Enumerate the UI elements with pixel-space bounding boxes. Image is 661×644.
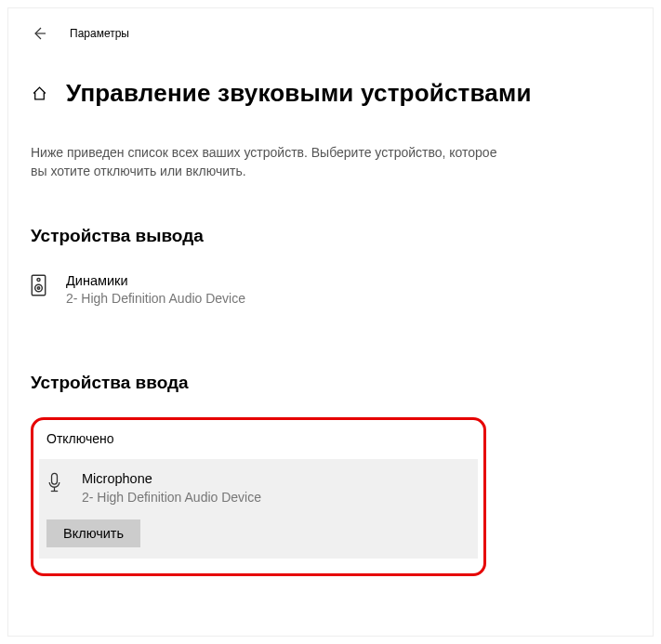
input-device-selected: Microphone 2- High Definition Audio Devi… (39, 459, 478, 558)
title-row: Управление звуковыми устройствами (31, 79, 630, 108)
input-device-name: Microphone (82, 470, 261, 489)
window-label: Параметры (70, 27, 129, 40)
output-device-item[interactable]: Динамики 2- High Definition Audio Device (31, 270, 630, 309)
settings-window: Параметры Управление звуковыми устройств… (7, 7, 654, 637)
output-device-name: Динамики (66, 272, 245, 291)
back-arrow-icon[interactable] (31, 25, 47, 42)
microphone-icon (46, 472, 65, 498)
svg-point-2 (35, 284, 43, 292)
svg-point-3 (37, 286, 39, 288)
input-device-sub: 2- High Definition Audio Device (82, 489, 261, 506)
highlight-annotation: Отключено Microphone 2- High Definition … (31, 417, 486, 575)
speaker-icon (31, 274, 49, 300)
output-device-sub: 2- High Definition Audio Device (66, 290, 245, 308)
disabled-group-label: Отключено (46, 431, 470, 446)
svg-point-1 (37, 278, 40, 281)
home-icon[interactable] (31, 85, 47, 102)
page-title: Управление звуковыми устройствами (66, 79, 532, 108)
input-section-heading: Устройства ввода (31, 373, 630, 393)
input-device-text: Microphone 2- High Definition Audio Devi… (82, 470, 261, 506)
output-device-text: Динамики 2- High Definition Audio Device (66, 272, 245, 308)
header-bar: Параметры (31, 25, 630, 42)
page-description: Ниже приведен список всех ваших устройст… (31, 143, 514, 181)
enable-button[interactable]: Включить (46, 519, 140, 547)
svg-rect-4 (52, 473, 58, 484)
input-device-item[interactable]: Microphone 2- High Definition Audio Devi… (46, 468, 470, 507)
output-section-heading: Устройства вывода (31, 226, 630, 246)
